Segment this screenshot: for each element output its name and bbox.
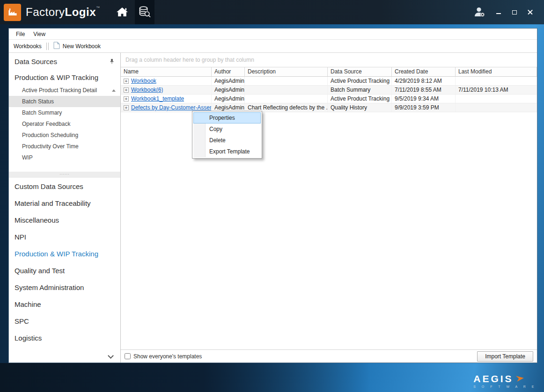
table-row[interactable]: Workbook(6) AegisAdmin Batch Summary 7/1…	[121, 86, 537, 94]
category-logistics[interactable]: Logistics	[9, 329, 120, 346]
workbook-link[interactable]: Workbook	[131, 77, 156, 85]
splitter-handle[interactable]: ......	[9, 172, 120, 178]
expand-icon[interactable]	[124, 87, 129, 93]
factorylogix-logo-icon	[4, 4, 21, 21]
minimize-button[interactable]	[495, 8, 502, 16]
sidebar-item-batch-status[interactable]: Batch Status	[9, 96, 120, 107]
category-label: System Administration	[15, 283, 84, 291]
menu-file[interactable]: File	[12, 29, 29, 39]
last-modified-cell: 7/11/2019 10:13 AM	[456, 86, 537, 94]
home-icon[interactable]	[112, 0, 132, 24]
author-cell: AegisAdmin	[212, 86, 245, 94]
show-everyones-templates-checkbox[interactable]	[125, 353, 131, 359]
data-analysis-icon[interactable]	[135, 0, 154, 24]
aegis-logo-text: AEGIS	[473, 373, 513, 385]
brand-logix: Logix	[65, 6, 96, 18]
pin-icon[interactable]	[109, 58, 115, 64]
category-system-administration[interactable]: System Administration	[9, 279, 120, 296]
context-menu-export-template[interactable]: Export Template	[193, 146, 261, 157]
toolbar-separator	[46, 43, 49, 50]
sidebar-item-active-product-tracking-detail[interactable]: Active Product Tracking Detail	[9, 85, 120, 96]
brand-tm: ™	[96, 6, 100, 10]
name-cell: Workbook1_template	[121, 94, 212, 103]
sidebar-item-operator-feedback[interactable]: Operator Feedback	[9, 118, 120, 130]
category-list: Custom Data Sources Material and Traceab…	[9, 178, 120, 346]
category-machine[interactable]: Machine	[9, 296, 120, 312]
table-row[interactable]: Workbook AegisAdmin Active Product Track…	[121, 77, 537, 86]
category-label: Logistics	[15, 334, 42, 342]
group-by-drop-area[interactable]: Drag a column header here to group by th…	[121, 53, 537, 67]
workbook-link[interactable]: Workbook(6)	[131, 86, 163, 94]
sidebar-item-productivity-over-time[interactable]: Productivity Over Time	[9, 141, 120, 152]
sidebar-item-label: Operator Feedback	[22, 121, 70, 127]
created-date-cell: 9/5/2019 9:34 AM	[392, 94, 456, 103]
description-cell	[245, 77, 328, 85]
context-menu-properties[interactable]: Properties	[193, 112, 261, 123]
sidebar-group-production-wip[interactable]: Production & WIP Tracking	[9, 70, 120, 85]
context-menu-delete[interactable]: Delete	[193, 135, 261, 146]
expand-icon[interactable]	[124, 96, 129, 102]
app-window: File View Workbooks New Workbook Data So…	[8, 28, 537, 363]
sidebar-item-wip[interactable]: WIP	[9, 152, 120, 163]
titlebar-right	[474, 7, 544, 18]
author-cell: AegisAdmin	[212, 77, 245, 85]
workbook-grid-area: Drag a column header here to group by th…	[121, 53, 537, 363]
created-date-cell: 7/11/2019 8:55 AM	[392, 86, 456, 94]
column-header-name[interactable]: Name	[121, 67, 212, 76]
category-spc[interactable]: SPC	[9, 312, 120, 329]
import-template-button[interactable]: Import Template	[477, 351, 533, 362]
expand-icon[interactable]	[124, 79, 129, 84]
column-header-created-date[interactable]: Created Date	[392, 67, 456, 76]
aegis-tagline: S O F T W A R E	[473, 385, 537, 388]
brand-factory: Factory	[26, 6, 65, 18]
new-workbook-label: New Workbook	[63, 43, 101, 50]
menu-view[interactable]: View	[29, 29, 50, 39]
category-label: Custom Data Sources	[15, 182, 83, 190]
menubar: File View	[9, 29, 537, 40]
category-production-wip-tracking[interactable]: Production & WIP Tracking	[9, 245, 120, 262]
category-label: SPC	[15, 317, 29, 325]
category-label: Production & WIP Tracking	[15, 250, 98, 258]
titlebar: FactoryLogix™	[0, 0, 544, 24]
sidebar-item-production-scheduling[interactable]: Production Scheduling	[9, 130, 120, 141]
data-source-cell: Quality History	[328, 103, 392, 112]
category-material-and-traceability[interactable]: Material and Traceability	[9, 195, 120, 211]
column-header-data-source[interactable]: Data Source	[328, 67, 392, 76]
workbooks-label[interactable]: Workbooks	[14, 43, 42, 50]
created-date-cell: 9/9/2019 3:59 PM	[392, 103, 456, 112]
category-label: Material and Traceability	[15, 199, 91, 207]
chevron-down-icon[interactable]	[108, 353, 114, 359]
category-miscellaneous[interactable]: Miscellaneous	[9, 211, 120, 228]
column-header-last-modified[interactable]: Last Modified	[456, 67, 537, 76]
workbook-link[interactable]: Workbook1_template	[131, 94, 184, 103]
sidebar-item-label: WIP	[22, 154, 33, 161]
table-header: Name Author Description Data Source Crea…	[121, 67, 537, 77]
footer-shade	[0, 363, 370, 392]
context-menu-copy[interactable]: Copy	[193, 123, 261, 135]
data-sources-panel: Data Sources Production & WIP Tracking A…	[9, 53, 121, 363]
sidebar-item-label: Active Product Tracking Detail	[22, 87, 97, 94]
sidebar-item-batch-summary[interactable]: Batch Summary	[9, 107, 120, 118]
column-header-description[interactable]: Description	[245, 67, 328, 76]
last-modified-cell	[456, 77, 537, 85]
category-custom-data-sources[interactable]: Custom Data Sources	[9, 178, 120, 195]
scroll-up-icon[interactable]	[112, 89, 116, 92]
category-label: Quality and Test	[15, 267, 65, 275]
last-modified-cell	[456, 94, 537, 103]
app-brand: FactoryLogix™	[26, 6, 100, 19]
column-header-author[interactable]: Author	[212, 67, 245, 76]
table-row[interactable]: Defects by Day-Customer-Assem AegisAdmin…	[121, 103, 537, 112]
aegis-arrow-icon	[516, 374, 524, 384]
user-logout-icon[interactable]	[474, 7, 486, 18]
new-workbook-button[interactable]: New Workbook	[53, 42, 101, 51]
created-date-cell: 4/29/2019 8:12 AM	[392, 77, 456, 85]
sidebar-item-label: Batch Summary	[22, 109, 62, 116]
expand-icon[interactable]	[124, 105, 129, 110]
close-button[interactable]	[527, 8, 534, 16]
maximize-button[interactable]	[511, 8, 518, 16]
category-npi[interactable]: NPI	[9, 228, 120, 245]
toolbar: Workbooks New Workbook	[9, 40, 537, 53]
name-cell: Workbook	[121, 77, 212, 85]
category-quality-and-test[interactable]: Quality and Test	[9, 262, 120, 279]
table-row[interactable]: Workbook1_template AegisAdmin Active Pro…	[121, 94, 537, 103]
